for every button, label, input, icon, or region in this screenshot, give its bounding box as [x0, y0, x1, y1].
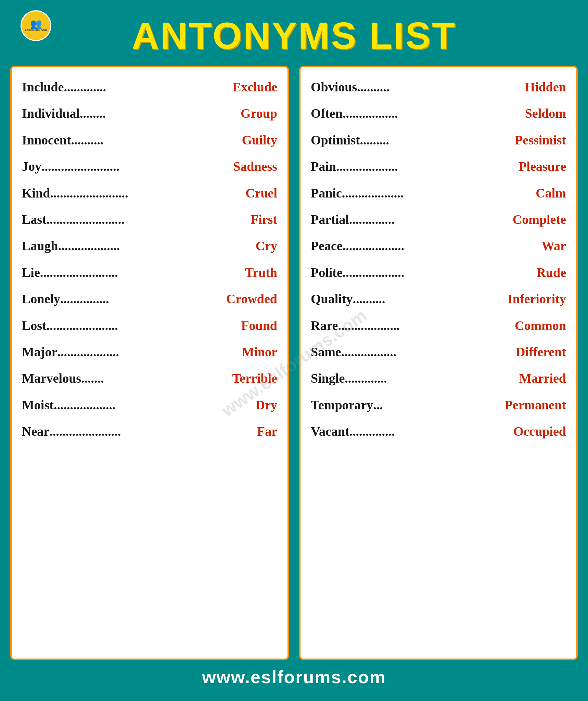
dots-separator: ...................	[342, 185, 536, 202]
word-antonym: Married	[519, 370, 566, 387]
word-antonym: Inferiority	[508, 291, 566, 307]
dots-separator: ...................	[54, 397, 256, 413]
list-item: Often.................Seldom	[311, 100, 566, 127]
word-antonym: First	[251, 211, 277, 228]
dots-separator: ..........	[353, 291, 508, 307]
word-original: Lost	[22, 317, 47, 334]
word-antonym: Seldom	[525, 105, 566, 122]
list-item: Optimist.........Pessimist	[311, 127, 566, 153]
dots-separator: ...................	[343, 238, 541, 254]
word-antonym: Common	[515, 317, 566, 334]
word-original: Near	[22, 423, 49, 440]
list-item: Partial..............Complete	[311, 206, 566, 233]
dots-separator: ........................	[40, 264, 245, 281]
list-item: Near......................Far	[22, 418, 277, 445]
right-column: Obvious..........HiddenOften............…	[299, 66, 578, 660]
list-item: Pain...................Pleasure	[311, 153, 566, 180]
word-original: Polite	[311, 264, 343, 281]
dots-separator: ...................	[338, 317, 515, 334]
dots-separator: .............	[64, 79, 232, 95]
word-original: Same	[311, 344, 341, 360]
word-antonym: Sadness	[233, 158, 277, 175]
word-antonym: Permanent	[505, 397, 566, 413]
dots-separator: ...................	[57, 344, 242, 360]
list-item: Peace...................War	[311, 233, 566, 259]
word-antonym: Dry	[256, 397, 277, 413]
list-item: Same.................Different	[311, 339, 566, 365]
word-antonym: Occupied	[513, 423, 566, 440]
footer: www.eslforums.com	[10, 660, 578, 691]
list-item: Polite...................Rude	[311, 259, 566, 286]
dots-separator: ..........	[357, 79, 525, 95]
word-antonym: Found	[241, 317, 277, 334]
page-title: ANTONYMS LIST	[132, 14, 456, 57]
dots-separator: ...	[373, 397, 504, 413]
word-original: Moist	[22, 397, 54, 413]
word-original: Partial	[311, 211, 349, 228]
word-original: Include	[22, 79, 64, 95]
word-antonym: Cry	[256, 238, 277, 254]
word-original: Quality	[311, 291, 353, 307]
dots-separator: ......................	[47, 317, 241, 334]
word-antonym: Group	[241, 105, 277, 122]
footer-url: www.eslforums.com	[202, 667, 386, 687]
list-item: Moist...................Dry	[22, 392, 277, 418]
dots-separator: ...................	[343, 264, 537, 281]
word-antonym: Minor	[242, 344, 277, 360]
word-antonym: Exclude	[232, 79, 277, 95]
dots-separator: ...................	[336, 158, 519, 175]
word-original: Pain	[311, 158, 336, 175]
dots-separator: ..............	[349, 423, 513, 440]
word-original: Optimist	[311, 132, 360, 149]
word-antonym: Hidden	[525, 79, 566, 95]
word-original: Rare	[311, 317, 338, 334]
word-original: Marvelous	[22, 370, 81, 387]
page-header: 👥 eslforums.com ANTONYMS LIST	[10, 7, 578, 66]
word-original: Innocent	[22, 132, 71, 149]
word-antonym: Cruel	[245, 185, 277, 202]
word-original: Individual	[22, 105, 80, 122]
logo: 👥 eslforums.com	[21, 10, 51, 41]
word-original: Temporary	[311, 397, 373, 413]
list-item: Joy........................Sadness	[22, 153, 277, 180]
logo-text: eslforums.com	[25, 29, 47, 32]
list-item: Quality..........Inferiority	[311, 286, 566, 312]
word-original: Often	[311, 105, 343, 122]
dots-separator: .........	[360, 132, 515, 149]
word-antonym: Terrible	[232, 370, 277, 387]
list-item: Kind........................Cruel	[22, 180, 277, 206]
dots-separator: ..........	[71, 132, 242, 149]
list-item: Panic...................Calm	[311, 180, 566, 206]
dots-separator: ........	[80, 105, 241, 122]
word-original: Lonely	[22, 291, 60, 307]
word-original: Last	[22, 211, 47, 228]
list-item: Last........................First	[22, 206, 277, 233]
dots-separator: .................	[341, 344, 516, 360]
word-antonym: Different	[516, 344, 566, 360]
list-item: Major...................Minor	[22, 339, 277, 365]
word-antonym: Guilty	[242, 132, 277, 149]
list-item: Lie........................Truth	[22, 259, 277, 286]
dots-separator: .......	[81, 370, 232, 387]
dots-separator: .............	[345, 370, 519, 387]
left-column: Include.............ExcludeIndividual...…	[10, 66, 289, 660]
list-item: Individual........Group	[22, 100, 277, 127]
logo-icon: 👥	[30, 19, 42, 29]
list-item: Lost......................Found	[22, 313, 277, 339]
word-antonym: Complete	[513, 211, 566, 228]
word-antonym: Far	[257, 423, 277, 440]
dots-separator: ........................	[41, 158, 233, 175]
dots-separator: ...................	[58, 238, 256, 254]
dots-separator: ...............	[60, 291, 226, 307]
word-original: Lie	[22, 264, 40, 281]
word-antonym: Pessimist	[515, 132, 566, 149]
word-antonym: War	[541, 238, 566, 254]
word-antonym: Calm	[536, 185, 566, 202]
dots-separator: ........................	[47, 211, 251, 228]
word-original: Kind	[22, 185, 50, 202]
word-antonym: Pleasure	[519, 158, 566, 175]
list-item: Temporary...Permanent	[311, 392, 566, 418]
word-original: Peace	[311, 238, 343, 254]
word-original: Panic	[311, 185, 342, 202]
list-item: Innocent..........Guilty	[22, 127, 277, 153]
